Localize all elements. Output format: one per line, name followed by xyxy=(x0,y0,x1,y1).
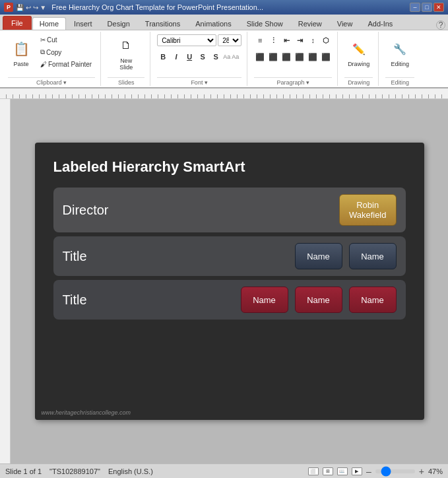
tab-design[interactable]: Design xyxy=(100,17,137,30)
row-boxes-3: Name Name Name xyxy=(241,287,397,313)
bold-button[interactable]: B xyxy=(157,51,169,63)
para-row-2: ⬛ ⬛ ⬛ ⬛ ⬛ ⬛ xyxy=(254,50,332,64)
copy-button[interactable]: ⧉Copy xyxy=(37,46,95,58)
box-name-1[interactable]: Name xyxy=(295,243,342,269)
hierarchy-row-3: Title Name Name Name xyxy=(53,280,406,320)
normal-view-button[interactable]: ⬜ xyxy=(308,467,319,475)
copy-icon: ⧉ xyxy=(40,48,45,56)
zoom-plus[interactable]: + xyxy=(419,466,424,477)
painter-icon: 🖌 xyxy=(40,61,47,68)
new-slide-button[interactable]: 🗋 NewSlide xyxy=(108,33,144,73)
drawing-group-label: Drawing xyxy=(344,77,373,86)
quick-access: 💾 ↩ ↪ ▼ xyxy=(16,4,46,11)
slides-content: 🗋 NewSlide xyxy=(108,33,144,76)
paste-label: Paste xyxy=(13,61,28,67)
indent-increase-button[interactable]: ⇥ xyxy=(294,34,305,46)
drawing-button[interactable]: ✏️ Drawing xyxy=(346,33,372,73)
horizontal-ruler xyxy=(0,88,448,99)
maximize-button[interactable]: □ xyxy=(422,3,432,12)
ribbon-group-font: Calibri 28 B I U S S Aa Aa Font ▾ xyxy=(152,32,247,86)
box-name-4[interactable]: Name xyxy=(295,287,342,313)
close-button[interactable]: ✕ xyxy=(433,3,444,12)
status-bar-left: Slide 1 of 1 "TS102889107" English (U.S.… xyxy=(5,467,153,475)
box-name-5[interactable]: Name xyxy=(349,287,397,313)
box-robin-wakefield[interactable]: RobinWakefield xyxy=(339,194,397,226)
slide-area[interactable]: Labeled Hierarchy SmartArt Director Robi… xyxy=(11,99,448,463)
slide-count: Slide 1 of 1 xyxy=(5,467,42,475)
align-right-button[interactable]: ⬛ xyxy=(280,51,292,63)
slideshow-view-button[interactable]: ▶ xyxy=(352,467,362,475)
underline-button[interactable]: U xyxy=(183,51,195,63)
shadow-button[interactable]: S xyxy=(210,51,222,63)
drawing-label: Drawing xyxy=(348,61,369,67)
box-name-2[interactable]: Name xyxy=(349,243,397,269)
align-center-button[interactable]: ⬛ xyxy=(267,51,279,63)
convert-to-smartart-button[interactable]: ⬡ xyxy=(320,34,332,46)
col-button[interactable]: ⬛ xyxy=(307,51,319,63)
tab-animations[interactable]: Animations xyxy=(188,17,238,30)
format-painter-button[interactable]: 🖌Format Painter xyxy=(37,59,95,70)
tab-view[interactable]: View xyxy=(330,17,360,30)
tab-file[interactable]: File xyxy=(3,16,32,30)
slide-title: Labeled Hierarchy SmartArt xyxy=(53,158,406,176)
title-bar: P 💾 ↩ ↪ ▼ Free Hierarchy Org Chart Templ… xyxy=(0,0,448,15)
numbered-list-button[interactable]: ⋮ xyxy=(267,34,279,46)
help-icon[interactable]: ? xyxy=(436,20,445,30)
zoom-level[interactable]: 47% xyxy=(428,467,443,475)
drawing-content: ✏️ Drawing xyxy=(346,33,372,76)
cut-button[interactable]: ✂Cut xyxy=(37,34,95,46)
zoom-minus[interactable]: – xyxy=(366,466,371,477)
tab-review[interactable]: Review xyxy=(291,17,329,30)
clipboard-small: ✂Cut ⧉Copy 🖌Format Painter xyxy=(37,33,95,70)
text-direction-button[interactable]: ↕ xyxy=(307,34,319,46)
tab-transitions[interactable]: Transitions xyxy=(138,17,187,30)
tab-slideshow[interactable]: Slide Show xyxy=(240,17,290,30)
paste-icon: 📋 xyxy=(11,38,32,59)
align-justify-button[interactable]: ⬛ xyxy=(294,51,305,63)
minimize-button[interactable]: – xyxy=(410,3,420,12)
cut-icon: ✂ xyxy=(40,36,46,44)
ribbon-group-slides: 🗋 NewSlide Slides xyxy=(102,32,150,86)
line-spacing-button[interactable]: ⬛ xyxy=(320,51,332,63)
align-left-button[interactable]: ⬛ xyxy=(254,51,266,63)
italic-button[interactable]: I xyxy=(170,51,182,63)
clipboard-content: 📋 Paste ✂Cut ⧉Copy 🖌Format Painter xyxy=(8,33,95,76)
paste-button[interactable]: 📋 Paste xyxy=(8,33,34,73)
slide-sorter-button[interactable]: ⊞ xyxy=(323,467,333,475)
tab-addins[interactable]: Add-Ins xyxy=(360,17,400,30)
box-name-3[interactable]: Name xyxy=(241,287,288,313)
indent-decrease-button[interactable]: ⇤ xyxy=(280,34,292,46)
row-boxes-2: Name Name xyxy=(295,243,397,269)
font-label: Font ▾ xyxy=(157,77,241,86)
paragraph-content: ≡ ⋮ ⇤ ⇥ ↕ ⬡ ⬛ ⬛ ⬛ ⬛ ⬛ ⬛ xyxy=(254,33,332,76)
font-spacer: Aa Aa xyxy=(223,53,239,60)
app-icon: P xyxy=(4,3,13,12)
new-slide-group: 🗋 NewSlide xyxy=(108,33,144,73)
title-bar-text: Free Hierarchy Org Chart Template for Po… xyxy=(51,3,263,11)
window-controls[interactable]: – □ ✕ xyxy=(410,3,444,12)
font-row-1: Calibri 28 xyxy=(157,33,241,48)
new-slide-icon: 🗋 xyxy=(115,35,137,56)
status-bar: Slide 1 of 1 "TS102889107" English (U.S.… xyxy=(0,463,448,478)
font-name-dropdown[interactable]: Calibri xyxy=(157,34,216,46)
ribbon-body: 📋 Paste ✂Cut ⧉Copy 🖌Format Painter Clipb… xyxy=(0,30,448,88)
editing-icon: 🔧 xyxy=(389,38,410,59)
reading-view-button[interactable]: 📖 xyxy=(337,467,348,475)
tab-insert[interactable]: Insert xyxy=(67,17,100,30)
zoom-slider[interactable] xyxy=(375,469,415,473)
row-boxes-1: RobinWakefield xyxy=(339,194,397,226)
ribbon-group-drawing: ✏️ Drawing Drawing xyxy=(339,32,379,86)
strikethrough-button[interactable]: S xyxy=(197,51,208,63)
slide[interactable]: Labeled Hierarchy SmartArt Director Robi… xyxy=(35,143,424,420)
slide-watermark: www.heritagechristiancollege.com xyxy=(42,409,131,416)
editing-button[interactable]: 🔧 Editing xyxy=(387,33,413,73)
font-size-dropdown[interactable]: 28 xyxy=(218,34,241,46)
new-slide-label: NewSlide xyxy=(119,57,133,71)
status-bar-right: ⬜ ⊞ 📖 ▶ – + 47% xyxy=(308,466,443,477)
title-bar-left: P 💾 ↩ ↪ ▼ Free Hierarchy Org Chart Templ… xyxy=(4,3,263,12)
slides-label: Slides xyxy=(108,77,144,86)
editing-label: Editing xyxy=(391,61,409,67)
editing-group-label: Editing xyxy=(385,77,414,86)
tab-home[interactable]: Home xyxy=(32,17,66,30)
bullet-list-button[interactable]: ≡ xyxy=(254,34,266,46)
